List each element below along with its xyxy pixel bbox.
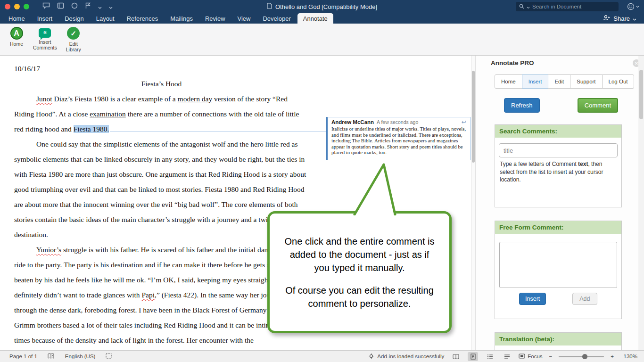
share-person-icon — [603, 15, 611, 22]
document-canvas: 10/16/17 Fiesta’s Hood Junot Diaz’s Fies… — [0, 56, 475, 350]
ribbon-tab-home[interactable]: Home — [3, 13, 31, 24]
text-select-icon[interactable] — [106, 353, 112, 360]
callout-text-1: One click and the entire comment is adde… — [282, 235, 437, 274]
annotate-ribbon: A Home “ InsertComments ✓ EditLibrary — [0, 24, 644, 56]
language-indicator[interactable]: English (US) — [65, 354, 96, 359]
insert-button[interactable]: Insert — [519, 293, 546, 305]
comment-bubble-icon: “ — [39, 28, 51, 38]
ribbon-tab-annotate[interactable]: Annotate — [297, 13, 333, 24]
comment-timestamp: A few seconds ago — [377, 119, 418, 125]
search-input[interactable] — [532, 4, 615, 9]
zoom-in-button[interactable]: + — [611, 354, 614, 359]
underlined-phrase: modern day — [178, 95, 213, 103]
paragraph-2: One could say that the simplistic elemen… — [14, 137, 309, 242]
ribbon-tab-insert[interactable]: Insert — [32, 13, 58, 24]
document-page[interactable]: 10/16/17 Fiesta’s Hood Junot Diaz’s Fies… — [14, 61, 309, 348]
annotate-home-label: Home — [10, 41, 23, 47]
callout-text-2: Of course you can edit the resulting com… — [282, 284, 437, 310]
document-scrollbar-thumb[interactable] — [472, 71, 475, 163]
annotate-pro-panel: Annotate PRO ✕ Home Insert Edit Support … — [475, 56, 644, 350]
annotate-home-button[interactable]: A Home — [5, 27, 28, 47]
titlebar: Othello and God [Compatibility Mode] — [0, 0, 644, 13]
share-label: Share — [613, 15, 630, 22]
edit-library-button[interactable]: ✓ EditLibrary — [62, 27, 85, 52]
minimize-window-button[interactable] — [14, 4, 20, 9]
notebook-icon[interactable] — [57, 2, 64, 11]
refresh-button[interactable]: Refresh — [504, 98, 540, 113]
focus-label: Focus — [528, 354, 542, 359]
print-layout-icon[interactable] — [468, 352, 478, 361]
help-text: Type a few letters of Comment — [500, 161, 578, 167]
ribbon-tab-mailings[interactable]: Mailings — [165, 13, 198, 24]
sidebar-tab-logout[interactable]: Log Out — [602, 74, 635, 89]
zoom-out-button[interactable]: − — [549, 354, 553, 359]
sidebar-tab-edit[interactable]: Edit — [548, 74, 570, 89]
read-mode-icon[interactable] — [451, 352, 461, 361]
close-window-button[interactable] — [5, 4, 10, 9]
ribbon-tab-design[interactable]: Design — [59, 13, 89, 24]
search-comments-input[interactable] — [499, 143, 618, 157]
sidebar-tab-insert[interactable]: Insert — [522, 74, 549, 89]
search-comments-header: Search Comments: — [495, 125, 621, 138]
chevron-down-icon[interactable] — [98, 2, 102, 11]
focus-toggle[interactable]: Focus — [519, 354, 542, 360]
panel-scrollbar[interactable] — [638, 56, 644, 350]
document-date: 10/16/17 — [14, 61, 309, 76]
quick-access-toolbar — [42, 0, 113, 13]
search-help-text: Type a few letters of Comment text, then… — [500, 160, 617, 184]
annotate-logo-icon: A — [10, 27, 23, 40]
zoom-slider[interactable] — [559, 356, 604, 357]
ribbon-tab-developer[interactable]: Developer — [257, 13, 296, 24]
panel-scrollbar-thumb[interactable] — [639, 70, 643, 119]
paragraph-3: Yunior’s struggle is with his father. He… — [14, 242, 309, 348]
free-form-textarea[interactable] — [499, 242, 617, 288]
essay-title: Fiesta’s Hood — [14, 76, 309, 91]
reply-icon[interactable]: ↩ — [462, 119, 466, 125]
paragraph-1: Junot Diaz’s Fiesta 1980 is a clear exam… — [14, 91, 309, 137]
zoom-slider-thumb[interactable] — [582, 354, 587, 359]
body-text: Diaz’s Fiesta 1980 is a clear example of… — [52, 95, 178, 103]
comment-button[interactable]: Comment — [578, 98, 618, 113]
flag-icon[interactable] — [85, 2, 91, 11]
chevron-down-icon[interactable] — [109, 2, 113, 11]
comment-card[interactable]: Andrew McCann A few seconds ago ↩ Italic… — [326, 117, 471, 160]
search-icon — [519, 2, 524, 11]
addins-status: Add-ins loaded successfully — [368, 353, 444, 360]
status-bar: Page 1 of 1 English (US) Add-ins loaded … — [0, 350, 644, 362]
ribbon-tab-view[interactable]: View — [232, 13, 256, 24]
spellcheck-icon[interactable] — [48, 353, 55, 360]
search-scope-caret-icon[interactable] — [527, 2, 530, 11]
share-button[interactable]: Share — [603, 13, 636, 24]
chat-icon[interactable] — [42, 2, 50, 11]
document-icon — [267, 3, 272, 10]
chevron-down-icon — [633, 15, 636, 22]
outline-view-icon[interactable] — [485, 352, 495, 361]
insert-comments-label-2: Comments — [33, 45, 57, 50]
draft-view-icon[interactable] — [502, 352, 512, 361]
translation-section: Translation (beta): — [495, 332, 622, 350]
free-form-comment-section: Free Form Comment: Insert Add — [495, 221, 622, 319]
selected-text: Fiesta 1980. — [74, 125, 109, 133]
addins-gear-icon — [368, 353, 374, 360]
panel-tabs: Home Insert Edit Support Log Out — [495, 74, 634, 89]
focus-icon — [519, 354, 525, 360]
sidebar-tab-support[interactable]: Support — [570, 74, 602, 89]
zoom-percentage[interactable]: 130% — [620, 354, 637, 359]
page-count[interactable]: Page 1 of 1 — [9, 354, 37, 359]
edit-library-label-2: Library — [66, 47, 81, 52]
ribbon-tab-references[interactable]: References — [121, 13, 164, 24]
add-button[interactable]: Add — [572, 293, 597, 305]
sidebar-tab-home[interactable]: Home — [495, 74, 522, 89]
circle-status-icon[interactable] — [71, 2, 78, 11]
underlined-phrase: examination — [90, 110, 126, 118]
insert-comments-button[interactable]: “ InsertComments — [33, 27, 57, 50]
document-scrollbar[interactable] — [471, 56, 475, 350]
edit-library-label-1: Edit — [69, 41, 78, 47]
window-title-text: Othello and God [Compatibility Mode] — [275, 3, 377, 10]
search-in-document[interactable] — [516, 2, 619, 11]
ribbon-tab-review[interactable]: Review — [199, 13, 231, 24]
ribbon-tab-layout[interactable]: Layout — [91, 13, 120, 24]
feedback-smiley-icon[interactable] — [627, 3, 639, 10]
help-text-bold: text — [578, 161, 588, 167]
fullscreen-window-button[interactable] — [24, 4, 29, 9]
